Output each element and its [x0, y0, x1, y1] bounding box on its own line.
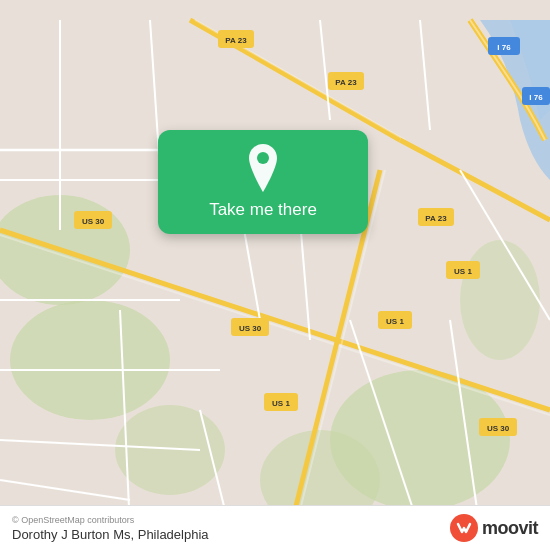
copyright-text: © OpenStreetMap contributors: [12, 515, 209, 525]
svg-text:US 1: US 1: [386, 317, 404, 326]
location-name: Dorothy J Burton Ms, Philadelphia: [12, 527, 209, 542]
svg-text:US 1: US 1: [454, 267, 472, 276]
take-me-there-label: Take me there: [209, 200, 317, 220]
moovit-text: moovit: [482, 518, 538, 539]
map-background: PA 23 PA 23 PA 23 I 76 I 76 US 30 US 30 …: [0, 0, 550, 550]
svg-text:PA 23: PA 23: [225, 36, 247, 45]
svg-text:US 30: US 30: [487, 424, 510, 433]
bottom-bar: © OpenStreetMap contributors Dorothy J B…: [0, 505, 550, 550]
svg-point-5: [115, 405, 225, 495]
moovit-logo: moovit: [450, 514, 538, 542]
bottom-info: © OpenStreetMap contributors Dorothy J B…: [12, 515, 209, 542]
svg-point-2: [10, 300, 170, 420]
pin-icon: [241, 146, 285, 190]
svg-text:US 30: US 30: [239, 324, 262, 333]
svg-text:PA 23: PA 23: [335, 78, 357, 87]
take-me-there-card[interactable]: Take me there: [158, 130, 368, 234]
svg-point-53: [257, 152, 269, 164]
svg-text:PA 23: PA 23: [425, 214, 447, 223]
map-container: PA 23 PA 23 PA 23 I 76 I 76 US 30 US 30 …: [0, 0, 550, 550]
moovit-icon: [450, 514, 478, 542]
svg-text:US 30: US 30: [82, 217, 105, 226]
svg-text:US 1: US 1: [272, 399, 290, 408]
svg-point-6: [460, 240, 540, 360]
svg-text:I 76: I 76: [529, 93, 543, 102]
svg-text:I 76: I 76: [497, 43, 511, 52]
